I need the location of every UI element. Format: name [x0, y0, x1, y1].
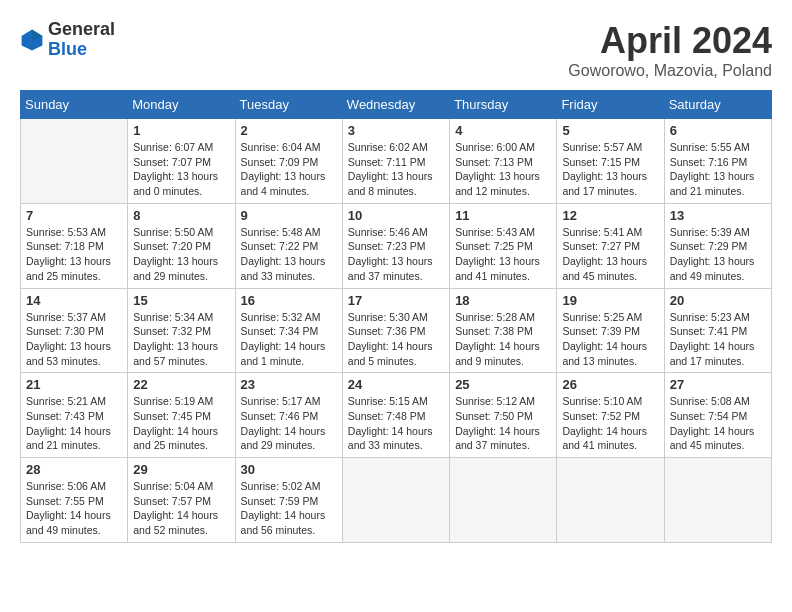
calendar-cell: 23Sunrise: 5:17 AM Sunset: 7:46 PM Dayli…: [235, 373, 342, 458]
calendar-cell: 8Sunrise: 5:50 AM Sunset: 7:20 PM Daylig…: [128, 203, 235, 288]
calendar-cell: 7Sunrise: 5:53 AM Sunset: 7:18 PM Daylig…: [21, 203, 128, 288]
calendar-table: SundayMondayTuesdayWednesdayThursdayFrid…: [20, 90, 772, 543]
calendar-cell: 30Sunrise: 5:02 AM Sunset: 7:59 PM Dayli…: [235, 458, 342, 543]
calendar-cell: 17Sunrise: 5:30 AM Sunset: 7:36 PM Dayli…: [342, 288, 449, 373]
day-info: Sunrise: 6:02 AM Sunset: 7:11 PM Dayligh…: [348, 140, 444, 199]
day-number: 28: [26, 462, 122, 477]
calendar-cell: 1Sunrise: 6:07 AM Sunset: 7:07 PM Daylig…: [128, 119, 235, 204]
day-number: 6: [670, 123, 766, 138]
day-info: Sunrise: 5:48 AM Sunset: 7:22 PM Dayligh…: [241, 225, 337, 284]
month-title: April 2024: [568, 20, 772, 62]
day-info: Sunrise: 5:23 AM Sunset: 7:41 PM Dayligh…: [670, 310, 766, 369]
day-info: Sunrise: 6:00 AM Sunset: 7:13 PM Dayligh…: [455, 140, 551, 199]
calendar-cell: 12Sunrise: 5:41 AM Sunset: 7:27 PM Dayli…: [557, 203, 664, 288]
day-info: Sunrise: 5:10 AM Sunset: 7:52 PM Dayligh…: [562, 394, 658, 453]
day-number: 10: [348, 208, 444, 223]
calendar-header-sunday: Sunday: [21, 91, 128, 119]
calendar-header-monday: Monday: [128, 91, 235, 119]
day-number: 2: [241, 123, 337, 138]
day-info: Sunrise: 5:21 AM Sunset: 7:43 PM Dayligh…: [26, 394, 122, 453]
calendar-cell: 24Sunrise: 5:15 AM Sunset: 7:48 PM Dayli…: [342, 373, 449, 458]
calendar-cell: 16Sunrise: 5:32 AM Sunset: 7:34 PM Dayli…: [235, 288, 342, 373]
day-number: 26: [562, 377, 658, 392]
day-info: Sunrise: 5:08 AM Sunset: 7:54 PM Dayligh…: [670, 394, 766, 453]
day-number: 18: [455, 293, 551, 308]
calendar-cell: 5Sunrise: 5:57 AM Sunset: 7:15 PM Daylig…: [557, 119, 664, 204]
calendar-header-saturday: Saturday: [664, 91, 771, 119]
day-info: Sunrise: 5:37 AM Sunset: 7:30 PM Dayligh…: [26, 310, 122, 369]
calendar-header-friday: Friday: [557, 91, 664, 119]
calendar-cell: [342, 458, 449, 543]
day-number: 13: [670, 208, 766, 223]
day-number: 3: [348, 123, 444, 138]
day-number: 11: [455, 208, 551, 223]
calendar-cell: 13Sunrise: 5:39 AM Sunset: 7:29 PM Dayli…: [664, 203, 771, 288]
day-info: Sunrise: 5:50 AM Sunset: 7:20 PM Dayligh…: [133, 225, 229, 284]
day-info: Sunrise: 5:43 AM Sunset: 7:25 PM Dayligh…: [455, 225, 551, 284]
day-number: 22: [133, 377, 229, 392]
day-info: Sunrise: 5:57 AM Sunset: 7:15 PM Dayligh…: [562, 140, 658, 199]
day-info: Sunrise: 5:28 AM Sunset: 7:38 PM Dayligh…: [455, 310, 551, 369]
day-info: Sunrise: 5:19 AM Sunset: 7:45 PM Dayligh…: [133, 394, 229, 453]
calendar-cell: 28Sunrise: 5:06 AM Sunset: 7:55 PM Dayli…: [21, 458, 128, 543]
day-info: Sunrise: 5:46 AM Sunset: 7:23 PM Dayligh…: [348, 225, 444, 284]
calendar-week-row: 21Sunrise: 5:21 AM Sunset: 7:43 PM Dayli…: [21, 373, 772, 458]
calendar-cell: 11Sunrise: 5:43 AM Sunset: 7:25 PM Dayli…: [450, 203, 557, 288]
calendar-header-thursday: Thursday: [450, 91, 557, 119]
day-info: Sunrise: 5:04 AM Sunset: 7:57 PM Dayligh…: [133, 479, 229, 538]
day-number: 5: [562, 123, 658, 138]
day-info: Sunrise: 5:15 AM Sunset: 7:48 PM Dayligh…: [348, 394, 444, 453]
calendar-cell: 29Sunrise: 5:04 AM Sunset: 7:57 PM Dayli…: [128, 458, 235, 543]
day-number: 24: [348, 377, 444, 392]
title-area: April 2024 Goworowo, Mazovia, Poland: [568, 20, 772, 80]
calendar-cell: 27Sunrise: 5:08 AM Sunset: 7:54 PM Dayli…: [664, 373, 771, 458]
calendar-cell: 2Sunrise: 6:04 AM Sunset: 7:09 PM Daylig…: [235, 119, 342, 204]
day-info: Sunrise: 5:17 AM Sunset: 7:46 PM Dayligh…: [241, 394, 337, 453]
day-info: Sunrise: 5:53 AM Sunset: 7:18 PM Dayligh…: [26, 225, 122, 284]
day-number: 16: [241, 293, 337, 308]
day-number: 1: [133, 123, 229, 138]
calendar-week-row: 1Sunrise: 6:07 AM Sunset: 7:07 PM Daylig…: [21, 119, 772, 204]
day-number: 29: [133, 462, 229, 477]
calendar-cell: 4Sunrise: 6:00 AM Sunset: 7:13 PM Daylig…: [450, 119, 557, 204]
calendar-cell: [664, 458, 771, 543]
day-number: 25: [455, 377, 551, 392]
day-info: Sunrise: 5:12 AM Sunset: 7:50 PM Dayligh…: [455, 394, 551, 453]
calendar-cell: 14Sunrise: 5:37 AM Sunset: 7:30 PM Dayli…: [21, 288, 128, 373]
calendar-cell: 10Sunrise: 5:46 AM Sunset: 7:23 PM Dayli…: [342, 203, 449, 288]
calendar-cell: 15Sunrise: 5:34 AM Sunset: 7:32 PM Dayli…: [128, 288, 235, 373]
calendar-week-row: 28Sunrise: 5:06 AM Sunset: 7:55 PM Dayli…: [21, 458, 772, 543]
logo-blue-text: Blue: [48, 39, 87, 59]
logo-general-text: General: [48, 19, 115, 39]
day-number: 20: [670, 293, 766, 308]
calendar-cell: [557, 458, 664, 543]
logo-icon: [20, 28, 44, 52]
day-number: 27: [670, 377, 766, 392]
calendar-cell: 20Sunrise: 5:23 AM Sunset: 7:41 PM Dayli…: [664, 288, 771, 373]
calendar-cell: [450, 458, 557, 543]
calendar-week-row: 7Sunrise: 5:53 AM Sunset: 7:18 PM Daylig…: [21, 203, 772, 288]
day-number: 15: [133, 293, 229, 308]
calendar-header-row: SundayMondayTuesdayWednesdayThursdayFrid…: [21, 91, 772, 119]
calendar-cell: 21Sunrise: 5:21 AM Sunset: 7:43 PM Dayli…: [21, 373, 128, 458]
calendar-cell: [21, 119, 128, 204]
day-info: Sunrise: 5:30 AM Sunset: 7:36 PM Dayligh…: [348, 310, 444, 369]
day-info: Sunrise: 5:25 AM Sunset: 7:39 PM Dayligh…: [562, 310, 658, 369]
day-number: 9: [241, 208, 337, 223]
day-number: 4: [455, 123, 551, 138]
calendar-cell: 26Sunrise: 5:10 AM Sunset: 7:52 PM Dayli…: [557, 373, 664, 458]
day-info: Sunrise: 6:04 AM Sunset: 7:09 PM Dayligh…: [241, 140, 337, 199]
day-info: Sunrise: 5:34 AM Sunset: 7:32 PM Dayligh…: [133, 310, 229, 369]
calendar-cell: 22Sunrise: 5:19 AM Sunset: 7:45 PM Dayli…: [128, 373, 235, 458]
calendar-cell: 3Sunrise: 6:02 AM Sunset: 7:11 PM Daylig…: [342, 119, 449, 204]
calendar-cell: 25Sunrise: 5:12 AM Sunset: 7:50 PM Dayli…: [450, 373, 557, 458]
calendar-header-wednesday: Wednesday: [342, 91, 449, 119]
day-number: 7: [26, 208, 122, 223]
day-info: Sunrise: 5:39 AM Sunset: 7:29 PM Dayligh…: [670, 225, 766, 284]
day-info: Sunrise: 5:55 AM Sunset: 7:16 PM Dayligh…: [670, 140, 766, 199]
location: Goworowo, Mazovia, Poland: [568, 62, 772, 80]
calendar-cell: 6Sunrise: 5:55 AM Sunset: 7:16 PM Daylig…: [664, 119, 771, 204]
calendar-cell: 19Sunrise: 5:25 AM Sunset: 7:39 PM Dayli…: [557, 288, 664, 373]
calendar-header-tuesday: Tuesday: [235, 91, 342, 119]
day-number: 12: [562, 208, 658, 223]
